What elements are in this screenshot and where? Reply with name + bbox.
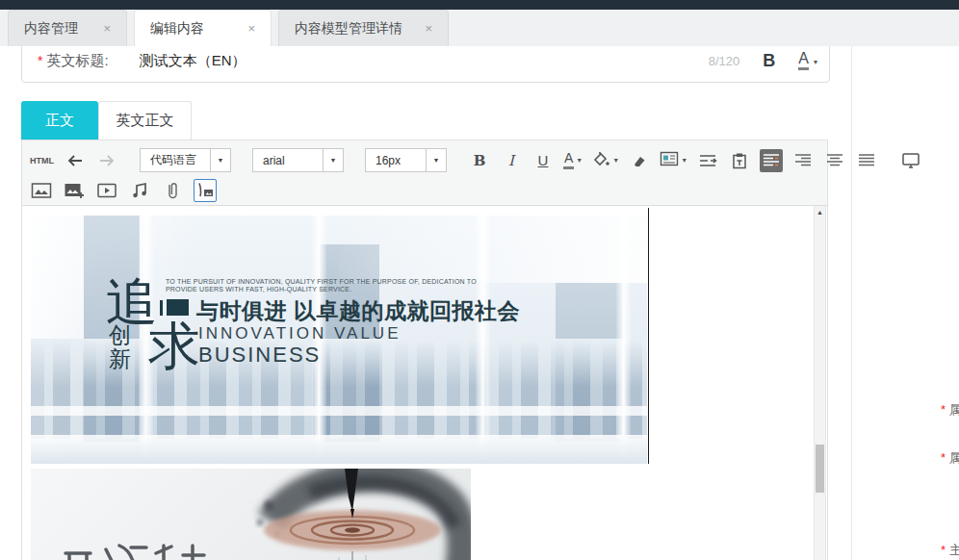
editor-toolbar: HTML 代码语言 ▼ arial ▼ 16px ▼ B	[22, 140, 827, 206]
font-family-select[interactable]: arial ▼	[252, 148, 344, 172]
text-cursor	[648, 208, 649, 464]
tab-main-body[interactable]: 正文	[21, 101, 98, 140]
scrollbar-thumb[interactable]	[816, 445, 824, 493]
bold-button[interactable]: B	[468, 149, 491, 172]
bordered-box-icon	[660, 151, 679, 170]
content-language-tabs: 正文 英文正文	[21, 101, 192, 140]
paint-bucket-icon	[591, 150, 610, 171]
right-field-label-2: *属	[941, 449, 959, 467]
remove-format-icon[interactable]	[628, 149, 651, 172]
tab-label: 内容管理	[24, 20, 78, 38]
banner-square-mark	[167, 299, 189, 316]
tab-label: 内容模型管理详情	[295, 20, 402, 38]
editor-content-area[interactable]: 追 求 创新 TO THE PURSUIT OF INNOVATION, QUA…	[22, 206, 827, 560]
code-language-select[interactable]: 代码语言 ▼	[140, 148, 231, 172]
app-top-bar	[0, 0, 959, 10]
english-title-input[interactable]: 测试文本（EN）	[140, 52, 246, 70]
bold-button[interactable]: B	[763, 52, 775, 69]
background-color-button[interactable]: ▼	[591, 150, 619, 171]
tab-label: 编辑内容	[150, 20, 204, 38]
chevron-down-icon: ▼	[681, 157, 687, 164]
rich-text-editor: HTML 代码语言 ▼ arial ▼ 16px ▼ B	[21, 140, 828, 560]
banner-side-chars: 创新	[109, 323, 133, 371]
banner-tiny-text: TO THE PURSUIT OF INNOVATION, QUALITY FI…	[166, 278, 483, 293]
ink-painting-image[interactable]	[31, 469, 471, 560]
right-field-label-3: *主	[941, 542, 959, 559]
font-size-select[interactable]: 16px ▼	[365, 148, 447, 172]
tab-content-management[interactable]: 内容管理 ×	[8, 10, 127, 46]
scrawl-icon[interactable]	[194, 179, 217, 202]
paste-icon[interactable]	[728, 149, 751, 172]
close-icon[interactable]: ×	[103, 21, 111, 36]
banner-subline-2: BUSINESS	[198, 343, 321, 368]
block-style-button[interactable]: ▼	[660, 151, 687, 170]
panel-divider	[851, 46, 852, 560]
right-field-label-1: *属	[941, 401, 959, 419]
required-mark: *	[38, 53, 42, 68]
align-center-button[interactable]	[823, 149, 846, 172]
insert-music-icon[interactable]	[128, 179, 151, 202]
align-right-button[interactable]	[791, 149, 815, 172]
insert-video-icon[interactable]	[95, 179, 118, 202]
chevron-down-icon: ▼	[426, 149, 446, 171]
chevron-down-icon: ▼	[323, 149, 343, 171]
font-color-button[interactable]: A ▼	[563, 151, 583, 168]
window-tab-bar: 内容管理 × 编辑内容 × 内容模型管理详情 ×	[0, 10, 959, 46]
banner-subline-1: INNOVATION VALUE	[198, 324, 401, 344]
html-source-button[interactable]: HTML	[30, 156, 54, 165]
align-left-button[interactable]	[760, 149, 783, 172]
banner-big-char-2: 求	[148, 312, 200, 382]
undo-icon[interactable]	[64, 149, 87, 172]
italic-button[interactable]: I	[500, 149, 523, 172]
font-color-icon: A	[563, 151, 574, 168]
close-icon[interactable]: ×	[425, 21, 432, 36]
insert-image-icon[interactable]	[30, 179, 53, 202]
underline-button[interactable]: U	[531, 149, 555, 172]
font-color-icon: A	[798, 51, 809, 70]
tab-english-body[interactable]: 英文正文	[98, 101, 192, 140]
tab-content-model-detail[interactable]: 内容模型管理详情 ×	[278, 10, 449, 46]
tab-edit-content[interactable]: 编辑内容 ×	[134, 10, 272, 46]
font-color-button[interactable]: A ▾	[798, 51, 817, 70]
align-justify-button[interactable]	[855, 149, 878, 172]
chevron-down-icon: ▼	[612, 157, 619, 164]
chevron-down-icon: ▼	[210, 149, 230, 171]
english-title-label: 英文标题:	[46, 52, 108, 70]
banner-headline: 与时俱进 以卓越的成就回报社会	[196, 296, 520, 326]
banner-image[interactable]: 追 求 创新 TO THE PURSUIT OF INNOVATION, QUA…	[31, 216, 647, 464]
redo-icon[interactable]	[95, 149, 118, 172]
attachment-icon[interactable]	[161, 179, 184, 202]
insert-image-plus-icon[interactable]	[63, 179, 86, 202]
chevron-down-icon: ▾	[814, 58, 817, 66]
char-counter: 8/120	[709, 54, 740, 68]
chevron-down-icon: ▼	[576, 157, 583, 164]
indent-icon[interactable]	[696, 149, 719, 172]
scroll-up-icon[interactable]: ▲	[815, 209, 825, 216]
close-icon[interactable]: ×	[247, 21, 255, 36]
preview-monitor-icon[interactable]	[899, 149, 922, 172]
editor-scrollbar[interactable]: ▲	[814, 206, 826, 560]
